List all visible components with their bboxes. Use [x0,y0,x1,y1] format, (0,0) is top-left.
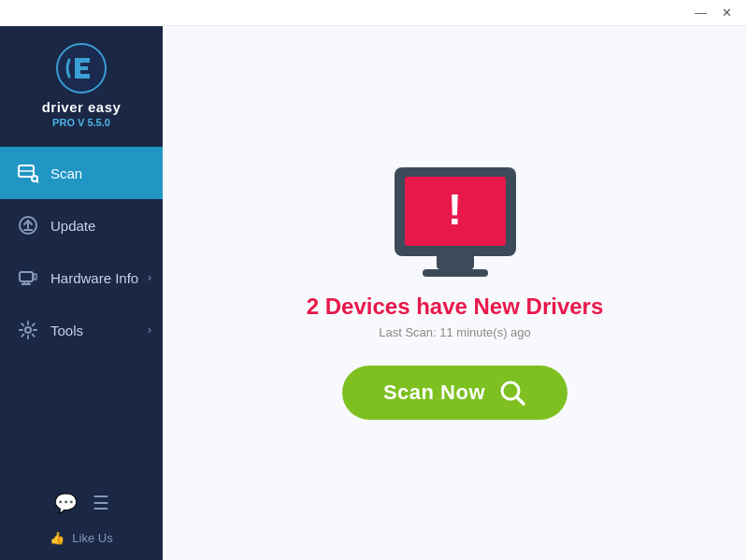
monitor-body: ! [395,167,516,256]
minimize-button[interactable]: — [687,5,714,21]
list-icon[interactable]: ☰ [89,488,113,518]
svg-line-13 [517,397,524,404]
logo-version: PRO V 5.5.0 [52,117,110,128]
title-bar: — ✕ [0,0,747,26]
app-logo-icon [56,43,107,93]
sidebar-item-update-label: Update [50,218,95,234]
monitor-graphic: ! [395,167,516,277]
sidebar-item-tools[interactable]: Tools › [0,304,163,356]
scan-icon [17,162,39,184]
exclamation-mark: ! [448,188,462,231]
monitor-base [423,269,488,277]
sidebar: driver easy PRO V 5.5.0 Scan [0,26,163,560]
sidebar-bottom: 💬 ☰ 👍 Like Us [0,488,163,560]
app-body: driver easy PRO V 5.5.0 Scan [0,26,747,560]
svg-rect-6 [20,272,33,281]
thumbs-up-icon: 👍 [50,531,65,545]
like-us-label: Like Us [72,531,112,545]
sidebar-item-hardware-info-label: Hardware Info [50,270,138,286]
chat-icon[interactable]: 💬 [50,488,81,518]
sidebar-item-update[interactable]: Update [0,199,163,251]
like-us-item[interactable]: 👍 Like Us [33,525,129,551]
sidebar-item-tools-label: Tools [50,323,83,338]
svg-rect-10 [34,274,36,280]
hardware-info-arrow: › [148,271,151,284]
tools-arrow: › [148,323,151,337]
sidebar-item-scan-label: Scan [50,165,82,181]
scan-now-button[interactable]: Scan Now [342,366,567,420]
monitor-screen: ! [405,177,506,246]
svg-point-11 [25,327,31,333]
sidebar-item-hardware-info[interactable]: Hardware Info › [0,251,163,304]
close-button[interactable]: ✕ [714,5,740,21]
sidebar-item-scan[interactable]: Scan [0,147,163,199]
svg-line-4 [37,181,39,183]
tools-icon [17,319,39,341]
alert-title: 2 Devices have New Drivers [307,294,604,320]
hardware-info-icon [17,266,39,289]
update-icon [17,214,39,237]
sidebar-bottom-icons: 💬 ☰ [50,488,113,518]
sidebar-nav: Scan Update [0,147,163,488]
sidebar-logo: driver easy PRO V 5.5.0 [0,26,163,141]
scan-now-search-icon [498,379,526,407]
last-scan-text: Last Scan: 11 minute(s) ago [379,325,531,339]
scan-now-label: Scan Now [383,381,485,405]
monitor-stand [437,256,474,269]
main-content: ! 2 Devices have New Drivers Last Scan: … [163,26,747,560]
logo-text: driver easy [42,99,122,115]
